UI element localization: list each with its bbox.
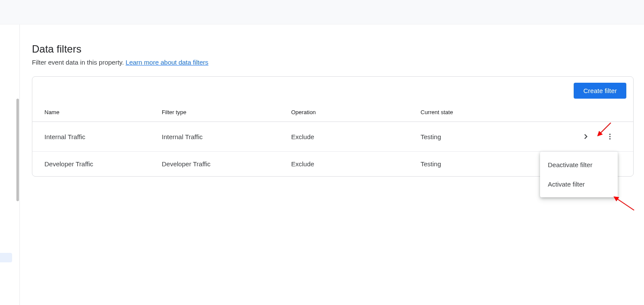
menu-item-deactivate[interactable]: Deactivate filter (540, 155, 618, 174)
left-rail-scrollbar[interactable] (16, 99, 19, 201)
cell-actions (569, 122, 633, 152)
col-header-name: Name (32, 105, 162, 122)
left-nav-rail (0, 25, 20, 305)
annotation-arrow-icon (612, 195, 635, 212)
table-header-row: Name Filter type Operation Current state (32, 105, 633, 122)
card-toolbar: Create filter (32, 77, 633, 105)
cell-type: Internal Traffic (162, 122, 291, 152)
cell-operation: Exclude (291, 152, 421, 177)
left-rail-selected-indicator (0, 253, 12, 262)
col-header-actions (569, 105, 633, 122)
create-filter-button[interactable]: Create filter (574, 83, 626, 99)
table-row[interactable]: Internal Traffic Internal Traffic Exclud… (32, 122, 633, 152)
page-title: Data filters (32, 43, 634, 55)
col-header-type: Filter type (162, 105, 291, 122)
svg-point-2 (609, 138, 611, 140)
cell-type: Developer Traffic (162, 152, 291, 177)
svg-point-0 (609, 134, 611, 135)
top-bar (0, 0, 644, 25)
cell-state: Testing (421, 122, 569, 152)
page-subtitle: Filter event data in this property. Lear… (32, 59, 634, 66)
subtitle-text: Filter event data in this property. (32, 59, 126, 66)
filters-card: Create filter Name Filter type Operation… (32, 76, 634, 177)
cell-name: Internal Traffic (32, 122, 162, 152)
svg-point-1 (609, 136, 611, 137)
col-header-state: Current state (421, 105, 569, 122)
chevron-right-icon[interactable] (580, 131, 592, 143)
row-actions-menu: Deactivate filter Activate filter (540, 152, 618, 197)
learn-more-link[interactable]: Learn more about data filters (126, 59, 208, 66)
menu-item-activate[interactable]: Activate filter (540, 174, 618, 194)
main-content: Data filters Filter event data in this p… (32, 43, 634, 177)
cell-name: Developer Traffic (32, 152, 162, 177)
col-header-operation: Operation (291, 105, 421, 122)
more-vert-icon[interactable] (604, 131, 616, 143)
svg-line-4 (614, 197, 634, 210)
cell-operation: Exclude (291, 122, 421, 152)
